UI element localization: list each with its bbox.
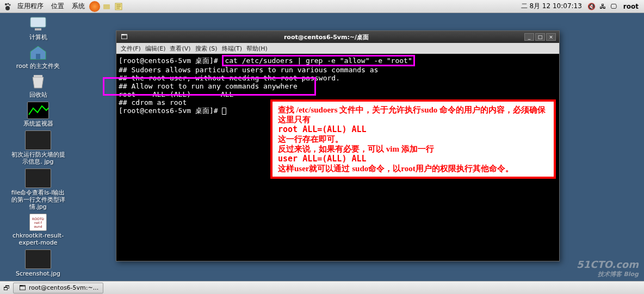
taskbar-label: root@centos6-5vm:~... xyxy=(29,284,98,291)
svg-rect-8 xyxy=(36,54,40,59)
gnome-foot-icon[interactable] xyxy=(2,1,13,12)
file-manager-icon[interactable] xyxy=(101,1,112,12)
watermark: 51CTO.com 技术博客 Blog xyxy=(577,260,639,279)
menu-system[interactable]: 系统 xyxy=(69,2,88,11)
svg-rect-4 xyxy=(103,4,110,9)
svg-rect-9 xyxy=(34,75,42,77)
terminal-output[interactable]: [root@centos6-5vm 桌面]# cat /etc/sudoers … xyxy=(116,54,559,261)
show-desktop-icon[interactable]: 🗗 xyxy=(2,284,11,292)
watermark-main: 51CTO.com xyxy=(577,260,639,270)
svg-point-0 xyxy=(5,3,7,5)
panel-right: 二 8月 12 10:07:13 🔇 🖧 🖵 root xyxy=(518,2,642,11)
firefox-icon[interactable] xyxy=(89,1,100,12)
label: 回收站 xyxy=(29,91,47,98)
annotation-box: 查找 /etc/sudoers 文件中，关于允许执行sudo 命令的用户的内容，… xyxy=(270,99,556,179)
menu-help[interactable]: 帮助(H) xyxy=(244,45,270,53)
desktop-icon-screenshot[interactable]: Screenshot.jpg xyxy=(11,249,65,277)
desktop-icons: 计算机 root 的主文件夹 回收站 系统监视器 初次运行防火墙的提示信息. j… xyxy=(11,15,65,277)
label: 计算机 xyxy=(29,34,47,41)
maximize-button[interactable]: □ xyxy=(535,33,545,41)
anno-line: user ALL=(ALL) ALL xyxy=(278,154,548,164)
desktop-icon-computer[interactable]: 计算机 xyxy=(11,15,65,41)
prompt: [root@centos6-5vm 桌面]# xyxy=(119,107,222,115)
desktop-icon-home[interactable]: root 的主文件夹 xyxy=(11,44,65,70)
minimize-button[interactable]: _ xyxy=(524,33,534,41)
desktop-icon-ls-jpg[interactable]: file命令查看ls-l输出的第一行文件类型详情.jpg xyxy=(11,168,65,210)
label: file命令查看ls-l输出的第一行文件类型详情.jpg xyxy=(11,189,65,210)
anno-line: root ALL=(ALL) ALL xyxy=(278,124,548,134)
menu-applications[interactable]: 应用程序 xyxy=(14,2,47,11)
desktop-icon-chkrootkit[interactable]: ROOTDnot found chkrootkit-result-expert-… xyxy=(11,214,65,246)
label: root 的主文件夹 xyxy=(16,62,60,70)
window-icon: 🗔 xyxy=(120,33,128,41)
display-icon[interactable]: 🖵 xyxy=(609,2,618,11)
menu-search[interactable]: 搜索 (S) xyxy=(193,45,220,53)
menu-edit[interactable]: 编辑(E) xyxy=(143,45,168,53)
mouse-cursor-icon: ↖ xyxy=(331,211,337,220)
watermark-sub: 技术博客 Blog xyxy=(577,270,639,279)
menu-places[interactable]: 位置 xyxy=(48,2,67,11)
network-icon[interactable]: 🖧 xyxy=(598,2,607,11)
highlighted-command: cat /etc/sudoers | grep -e "allow" -e "r… xyxy=(222,55,414,66)
svg-rect-7 xyxy=(35,28,41,30)
menu-file[interactable]: 文件(F) xyxy=(119,45,143,53)
window-title: root@centos6-5vm:~/桌面 xyxy=(128,33,524,41)
cursor xyxy=(222,108,226,115)
anno-line: 查找 /etc/sudoers 文件中，关于允许执行sudo 命令的用户的内容，… xyxy=(278,105,548,124)
prompt: [root@centos6-5vm 桌面]# xyxy=(119,57,222,65)
terminal-window: 🗔 root@centos6-5vm:~/桌面 _ □ × 文件(F) 编辑(E… xyxy=(116,30,560,261)
taskbar-terminal-button[interactable]: 🗔 root@centos6-5vm:~... xyxy=(13,283,103,293)
output-line: ## Sudoers allows particular users to ru… xyxy=(119,66,557,74)
svg-point-1 xyxy=(8,3,9,4)
volume-icon[interactable]: 🔇 xyxy=(587,2,596,11)
close-button[interactable]: × xyxy=(546,33,556,41)
desktop-icon-sysmonitor[interactable]: 系统监视器 xyxy=(11,102,65,127)
bottom-panel: 🗗 🗔 root@centos6-5vm:~... xyxy=(0,281,644,294)
terminal-icon: 🗔 xyxy=(18,284,27,292)
clock[interactable]: 二 8月 12 10:07:13 xyxy=(518,2,585,11)
anno-line: 这一行存在即可。 xyxy=(278,134,548,144)
label: Screenshot.jpg xyxy=(16,270,60,277)
top-panel: 应用程序 位置 系统 二 8月 12 10:07:13 🔇 🖧 🖵 root xyxy=(0,0,644,13)
label: chkrootkit-result-expert-mode xyxy=(11,232,65,246)
anno-line: 这样user就可以通过 sudo命令，以root用户的权限执行其他命令。 xyxy=(278,164,548,173)
desktop-icon-firewall-jpg[interactable]: 初次运行防火墙的提示信息. jpg xyxy=(11,130,65,165)
titlebar[interactable]: 🗔 root@centos6-5vm:~/桌面 _ □ × xyxy=(116,31,559,43)
anno-line: 反过来说，如果有必要，可以 vim 添加一行 xyxy=(278,144,548,154)
panel-left: 应用程序 位置 系统 xyxy=(2,1,124,12)
svg-point-2 xyxy=(9,4,11,5)
user-menu[interactable]: root xyxy=(620,3,642,10)
menu-view[interactable]: 查看(V) xyxy=(168,45,193,53)
notes-icon[interactable] xyxy=(113,1,124,12)
menu-terminal[interactable]: 终端(T) xyxy=(220,45,244,53)
label: 系统监视器 xyxy=(23,120,53,127)
window-buttons: _ □ × xyxy=(524,33,556,41)
desktop-icon-trash[interactable]: 回收站 xyxy=(11,73,65,98)
menubar: 文件(F) 编辑(E) 查看(V) 搜索 (S) 终端(T) 帮助(H) xyxy=(116,43,559,54)
highlight-box-2 xyxy=(103,77,316,96)
label: 初次运行防火墙的提示信息. jpg xyxy=(11,151,65,165)
svg-rect-6 xyxy=(30,17,46,27)
svg-point-3 xyxy=(5,6,10,10)
